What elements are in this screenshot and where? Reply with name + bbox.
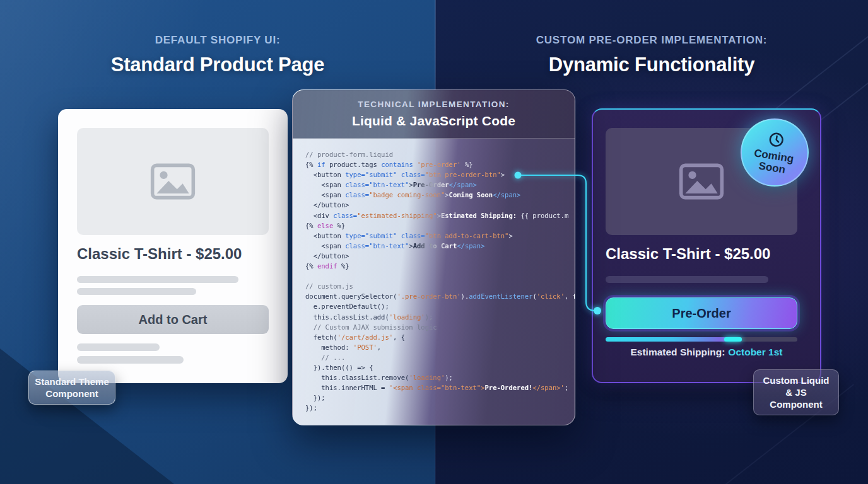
progress-bar-highlight: [724, 337, 741, 342]
code-panel-title: Liquid & JavaScript Code: [352, 113, 515, 129]
product-title: Classic T-Shirt - $25.00: [77, 245, 242, 263]
coming-soon-badge-content: Coming Soon: [751, 128, 797, 176]
image-icon: [150, 163, 196, 200]
skeleton-line: [77, 288, 196, 295]
custom-component-tag: Custom Liquid & JS Component: [753, 369, 839, 415]
code-panel: TECHNICAL IMPLEMENTATION: Liquid & JavaS…: [292, 89, 575, 425]
pre-order-button[interactable]: Pre-Order: [606, 297, 797, 329]
skeleton-line: [606, 276, 768, 283]
preorder-product-card: Coming Soon Classic T-Shirt - $25.00 Pre…: [592, 108, 821, 383]
shipping-label: Estimated Shipping:: [631, 347, 725, 357]
clock-icon: [767, 130, 787, 149]
code-panel-header: TECHNICAL IMPLEMENTATION: Liquid & JavaS…: [293, 90, 575, 139]
standard-component-tag: Standard Theme Component: [28, 371, 115, 405]
code-block: // product-form.liquid{% if product.tags…: [293, 138, 575, 425]
standard-product-card: Classic T-Shirt - $25.00 Add to Cart: [58, 109, 288, 383]
left-eyebrow: DEFAULT SHOPIFY UI:: [0, 34, 435, 47]
shipping-date: October 1st: [728, 347, 782, 357]
left-section-header: DEFAULT SHOPIFY UI: Standard Product Pag…: [0, 34, 435, 76]
code-panel-eyebrow: TECHNICAL IMPLEMENTATION:: [358, 100, 510, 109]
left-title: Standard Product Page: [0, 54, 435, 76]
right-title: Dynamic Functionality: [435, 54, 868, 76]
right-eyebrow: CUSTOM PRE-ORDER IMPLEMENTATION:: [435, 34, 868, 47]
progress-bar: [606, 337, 797, 342]
image-icon: [679, 163, 724, 200]
product-title: Classic T-Shirt - $25.00: [606, 245, 770, 263]
estimated-shipping: Estimated Shipping:October 1st: [593, 347, 820, 358]
skeleton-line: [77, 276, 238, 283]
coming-soon-badge: Coming Soon: [741, 118, 809, 187]
code-layer-light-text: // product-form.liquid{% if product.tags…: [293, 138, 575, 425]
add-to-cart-button[interactable]: Add to Cart: [77, 305, 269, 334]
product-image-placeholder: [77, 128, 269, 235]
right-section-header: CUSTOM PRE-ORDER IMPLEMENTATION: Dynamic…: [435, 34, 868, 76]
infographic-canvas: DEFAULT SHOPIFY UI: Standard Product Pag…: [0, 0, 868, 484]
skeleton-line: [77, 356, 184, 364]
skeleton-line: [77, 343, 160, 351]
